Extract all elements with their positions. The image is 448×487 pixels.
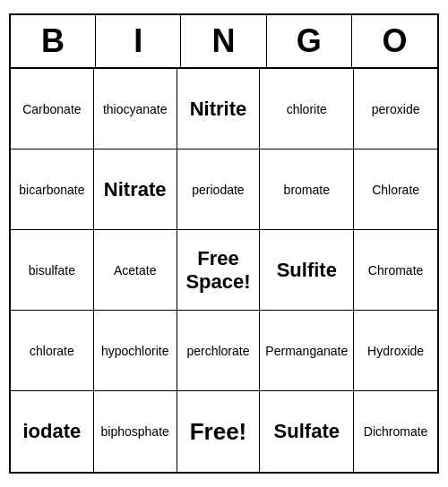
bingo-cell-24: Dichromate (354, 391, 437, 472)
bingo-card: BINGO CarbonatethiocyanateNitritechlorit… (9, 13, 439, 474)
bingo-cell-20: iodate (11, 391, 94, 472)
bingo-cell-3: chlorite (260, 69, 354, 150)
cell-text-13: Sulfite (277, 259, 337, 282)
bingo-cell-0: Carbonate (11, 69, 94, 150)
bingo-cell-2: Nitrite (177, 69, 261, 150)
bingo-cell-16: hypochlorite (94, 311, 177, 391)
cell-text-9: Chlorate (372, 183, 419, 197)
cell-text-18: Permanganate (265, 344, 348, 358)
bingo-cell-14: Chromate (354, 230, 437, 311)
bingo-cell-7: periodate (177, 150, 261, 230)
bingo-cell-11: Acetate (94, 230, 177, 311)
cell-text-7: periodate (192, 183, 244, 197)
cell-text-24: Dichromate (364, 424, 428, 439)
cell-text-0: Carbonate (22, 102, 81, 116)
bingo-cell-15: chlorate (11, 311, 94, 391)
bingo-cell-6: Nitrate (94, 150, 177, 230)
bingo-cell-13: Sulfite (260, 230, 354, 311)
cell-text-3: chlorite (287, 102, 327, 116)
bingo-cell-19: Hydroxide (354, 311, 437, 391)
cell-text-5: bicarbonate (19, 183, 84, 197)
bingo-cell-12: Free Space! (177, 230, 261, 311)
cell-text-2: Nitrite (190, 98, 247, 121)
cell-text-16: hypochlorite (101, 344, 169, 358)
bingo-cell-4: peroxide (354, 69, 437, 150)
header-letter-N: N (181, 15, 266, 67)
bingo-cell-18: Permanganate (260, 311, 354, 391)
cell-text-15: chlorate (30, 344, 74, 358)
cell-text-11: Acetate (114, 263, 156, 278)
bingo-cell-23: Sulfate (260, 391, 354, 472)
header-letter-I: I (96, 15, 181, 67)
header-letter-O: O (352, 15, 437, 67)
bingo-cell-22: Free! (177, 391, 261, 472)
cell-text-8: bromate (284, 183, 330, 197)
bingo-cell-21: biphosphate (94, 391, 177, 472)
bingo-grid: CarbonatethiocyanateNitritechloriteperox… (11, 69, 437, 472)
cell-text-17: perchlorate (186, 344, 249, 358)
cell-text-6: Nitrate (104, 178, 167, 201)
bingo-cell-9: Chlorate (354, 150, 437, 230)
cell-text-4: peroxide (372, 102, 420, 116)
cell-text-1: thiocyanate (103, 102, 168, 116)
bingo-cell-1: thiocyanate (94, 69, 177, 150)
cell-text-10: bisulfate (29, 263, 75, 278)
cell-text-21: biphosphate (101, 424, 169, 439)
cell-text-23: Sulfate (274, 420, 340, 443)
bingo-header: BINGO (11, 15, 437, 69)
header-letter-B: B (11, 15, 96, 67)
cell-text-22: Free! (190, 418, 247, 446)
cell-text-20: iodate (22, 420, 81, 443)
bingo-cell-17: perchlorate (177, 311, 261, 391)
cell-text-12: Free Space! (183, 247, 254, 294)
cell-text-19: Hydroxide (367, 344, 424, 358)
header-letter-G: G (267, 15, 352, 67)
bingo-cell-5: bicarbonate (11, 150, 94, 230)
bingo-cell-10: bisulfate (11, 230, 94, 311)
bingo-cell-8: bromate (260, 150, 354, 230)
cell-text-14: Chromate (368, 263, 423, 278)
